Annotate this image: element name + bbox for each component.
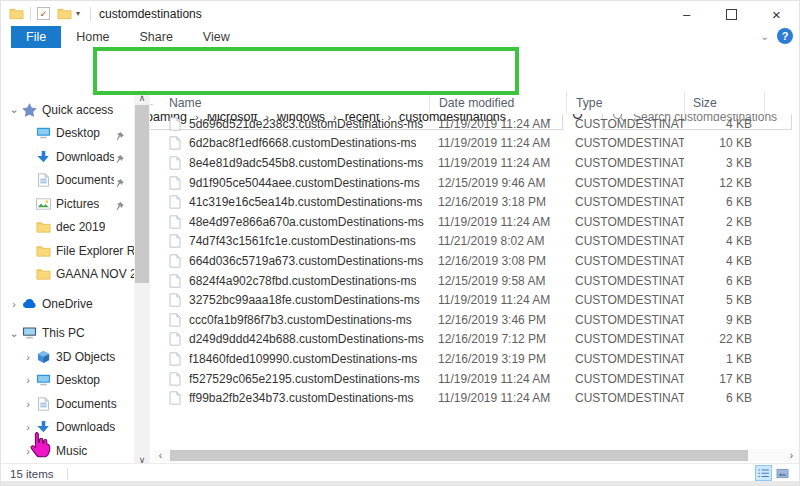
pin-icon — [114, 151, 125, 162]
file-size: 5 KB — [684, 293, 764, 307]
file-name: 41c319e16c5ea14b.customDestinations-ms — [189, 195, 422, 209]
titlebar-divider — [30, 7, 31, 21]
file-row[interactable]: 6d2bac8f1edf6668.customDestinations-ms 1… — [153, 134, 799, 154]
file-row[interactable]: 664d036c5719a673.customDestinations-ms 1… — [153, 251, 799, 271]
sidebar-item-downloads[interactable]: Downloads — [1, 145, 134, 169]
column-header-size[interactable]: Size — [684, 91, 764, 114]
sidebar-item-gaana-nov-20[interactable]: GAANA NOV 20 — [1, 263, 134, 287]
file-row[interactable]: ff99ba2fb2e34b73.customDestinations-ms 1… — [153, 388, 799, 408]
document-icon — [35, 396, 51, 411]
qat-newfolder-icon[interactable] — [56, 7, 72, 21]
chevron-right-icon[interactable]: › — [21, 421, 35, 433]
file-row[interactable]: f18460fded109990.customDestinations-ms 1… — [153, 349, 799, 369]
horizontal-scrollbar[interactable]: ‹ › — [153, 449, 799, 462]
help-button[interactable]: ? — [777, 28, 793, 44]
sidebar-item-3d-objects[interactable]: ›3D Objects — [1, 345, 134, 369]
file-type: CUSTOMDESTINATIO... — [566, 215, 684, 229]
qat-properties-icon[interactable]: ✓ — [37, 7, 50, 20]
horizontal-scroll-thumb[interactable] — [170, 450, 748, 461]
file-date-modified: 11/19/2019 11:24 AM — [429, 215, 566, 229]
sidebar-item-pictures[interactable]: Pictures — [1, 192, 134, 216]
chevron-right-icon[interactable]: › — [7, 298, 21, 310]
file-size: 4 KB — [684, 117, 764, 131]
column-header-name[interactable]: Name — [153, 91, 429, 114]
file-row[interactable]: 41c319e16c5ea14b.customDestinations-ms 1… — [153, 192, 799, 212]
sidebar-item-desktop[interactable]: Desktop — [1, 122, 134, 146]
qat-customize-caret-icon[interactable]: ▾ — [76, 10, 80, 18]
chevron-right-icon[interactable]: › — [21, 445, 35, 457]
file-icon — [169, 156, 181, 170]
file-row[interactable]: 6824f4a902c78fbd.customDestinations-ms 1… — [153, 271, 799, 291]
file-type: CUSTOMDESTINATIO... — [566, 136, 684, 150]
chevron-down-icon[interactable]: ⌄ — [7, 103, 21, 116]
file-size: 22 KB — [684, 332, 764, 346]
thumbnail-view-button[interactable] — [774, 465, 791, 481]
sidebar-scrollbar-thumb[interactable] — [135, 105, 149, 283]
file-date-modified: 11/21/2019 8:02 AM — [429, 234, 566, 248]
pin-icon — [114, 175, 125, 186]
file-row[interactable]: 74d7f43c1561fc1e.customDestinations-ms 1… — [153, 232, 799, 252]
tab-home[interactable]: Home — [61, 26, 124, 48]
sidebar-item-this-pc[interactable]: ⌄This PC — [1, 322, 134, 346]
tab-view[interactable]: View — [188, 26, 245, 48]
file-size: 6 KB — [684, 391, 764, 405]
file-type: CUSTOMDESTINATIO... — [566, 313, 684, 327]
file-row[interactable]: 8e4e81d9adc545b8.customDestinations-ms 1… — [153, 153, 799, 173]
file-row[interactable]: 5d696d521de238c3.customDestinations-ms 1… — [153, 114, 799, 134]
column-header-date-modified[interactable]: Date modified — [429, 91, 566, 114]
file-type: CUSTOMDESTINATIO... — [566, 156, 684, 170]
scroll-left-arrow-icon[interactable]: ‹ — [153, 450, 168, 461]
tab-file[interactable]: File — [11, 26, 61, 48]
file-icon — [169, 372, 181, 386]
column-header-type[interactable]: Type — [566, 91, 684, 114]
sidebar-scrollbar[interactable]: ∧ ∨ — [134, 91, 150, 467]
scroll-up-arrow-icon[interactable]: ∧ — [134, 91, 150, 105]
sidebar-item-dec-2019[interactable]: dec 2019 — [1, 216, 134, 240]
navigation-pane: ⌄Quick accessDesktopDownloadsDocumentsPi… — [1, 91, 134, 467]
file-size: 6 KB — [684, 195, 764, 209]
items-count: 15 items — [10, 468, 53, 480]
pc-icon — [21, 326, 37, 341]
chevron-down-icon[interactable]: ⌄ — [7, 327, 21, 340]
file-row[interactable]: 9d1f905ce5044aee.customDestinations-ms 1… — [153, 173, 799, 193]
file-size: 17 KB — [684, 372, 764, 386]
file-date-modified: 11/19/2019 11:24 AM — [429, 293, 566, 307]
sidebar-item-file-explorer-refr[interactable]: File Explorer Refr — [1, 239, 134, 263]
scroll-right-arrow-icon[interactable]: › — [784, 450, 799, 461]
chevron-right-icon[interactable]: › — [21, 351, 35, 363]
sidebar-item-music[interactable]: ›Music — [1, 439, 134, 463]
pin-icon — [114, 198, 125, 209]
maximize-button[interactable] — [709, 1, 754, 27]
file-row[interactable]: ccc0fa1b9f86f7b3.customDestinations-ms 1… — [153, 310, 799, 330]
file-date-modified: 11/19/2019 11:24 AM — [429, 391, 566, 405]
file-name: 6824f4a902c78fbd.customDestinations-ms — [189, 274, 416, 288]
chevron-right-icon[interactable]: › — [21, 398, 35, 410]
minimize-button[interactable]: – — [664, 1, 709, 27]
file-row[interactable]: 32752bc99aaa18fe.customDestinations-ms 1… — [153, 290, 799, 310]
close-button[interactable]: × — [754, 1, 799, 27]
file-row[interactable]: f527529c065e2195.customDestinations-ms 1… — [153, 369, 799, 389]
sidebar-item-label: File Explorer Refr — [56, 244, 134, 258]
sidebar-item-onedrive[interactable]: ›OneDrive — [1, 292, 134, 316]
chevron-right-icon[interactable]: › — [21, 374, 35, 386]
file-size: 9 KB — [684, 313, 764, 327]
sidebar-item-documents[interactable]: Documents — [1, 169, 134, 193]
file-name: 48e4d97e866a670a.customDestinations-ms — [189, 215, 424, 229]
sidebar-item-documents[interactable]: ›Documents — [1, 392, 134, 416]
navigation-toolbar: ← → ⌄ ↑ « Roaming›Microsoft›windows›rece… — [1, 48, 799, 92]
file-type: CUSTOMDESTINATIO... — [566, 274, 684, 288]
sidebar-item-quick-access[interactable]: ⌄Quick access — [1, 98, 134, 122]
horizontal-scroll-track[interactable] — [168, 449, 784, 462]
file-size: 4 KB — [684, 254, 764, 268]
sidebar-item-downloads[interactable]: ›Downloads — [1, 416, 134, 440]
titlebar: ✓ ▾ customdestinations – × — [1, 1, 799, 26]
window-bottom-edge — [1, 481, 799, 485]
file-row[interactable]: 48e4d97e866a670a.customDestinations-ms 1… — [153, 212, 799, 232]
details-view-button[interactable] — [755, 465, 772, 481]
sidebar-item-desktop[interactable]: ›Desktop — [1, 369, 134, 393]
file-row[interactable]: d249d9ddd424b688.customDestinations-ms 1… — [153, 330, 799, 350]
file-type: CUSTOMDESTINATIO... — [566, 176, 684, 190]
ribbon-expand-chevron-icon[interactable]: ⌄ — [761, 31, 769, 42]
tab-share[interactable]: Share — [125, 26, 188, 48]
file-size: 2 KB — [684, 215, 764, 229]
